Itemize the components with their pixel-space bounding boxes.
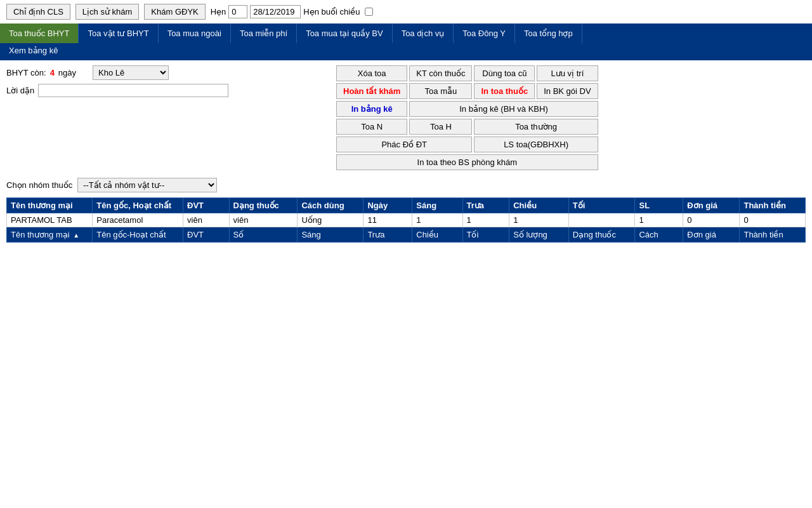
hoan-tat-kham-button[interactable]: Hoàn tất khám <box>336 83 407 99</box>
hen-date-input[interactable] <box>250 5 301 18</box>
main-form-area: BHYT còn: 4 ngày Kho Lê Lời dặn Xóa toa … <box>0 60 812 175</box>
cell-input-10[interactable] <box>638 215 680 225</box>
in-toa-bs-button[interactable]: In toa theo BS phòng khám <box>336 154 598 170</box>
col-sl: SL <box>635 198 683 213</box>
hen-buoi-label: Hẹn buổi chiều <box>303 7 360 17</box>
xoa-toa-button[interactable]: Xóa toa <box>336 65 407 81</box>
kt-con-thuoc-button[interactable]: KT còn thuốc <box>409 65 472 81</box>
cell-input-1[interactable] <box>95 215 180 225</box>
footer-dang-thuoc: Dạng thuốc <box>568 227 635 243</box>
lich-su-kham-button[interactable]: Lịch sử khám <box>75 4 139 20</box>
table-header-row: Tên thương mại Tên gốc, Hoạt chất ĐVT Dạ… <box>7 198 806 213</box>
hen-group: Hẹn Hẹn buổi chiều <box>211 5 374 18</box>
drug-table: Tên thương mại Tên gốc, Hoạt chất ĐVT Dạ… <box>6 197 806 243</box>
col-toi: Tối <box>568 198 635 213</box>
top-bar: Chỉ định CLS Lịch sử khám Khám GĐYK Hẹn … <box>0 0 812 23</box>
loi-dan-input[interactable] <box>38 84 228 97</box>
dung-toa-cu-button[interactable]: Dùng toa cũ <box>474 65 535 81</box>
cell-input-5[interactable] <box>366 215 409 225</box>
footer-thanh-tien: Thành tiền <box>740 227 806 243</box>
sort-icon-ten-thuong-mai[interactable]: ▲ <box>73 232 79 239</box>
in-bang-ke-bh-kbh-button[interactable]: In bảng kê (BH và KBH) <box>409 101 598 117</box>
bhyt-days-unit: ngày <box>58 68 76 77</box>
tab-bar: Toa thuốc BHYT Toa vật tư BHYT Toa mua n… <box>0 23 812 43</box>
col-cach-dung: Cách dùng <box>298 198 363 213</box>
col-thanh-tien: Thành tiền <box>740 198 806 213</box>
col-dang-thuoc: Dạng thuốc <box>229 198 298 213</box>
chon-nhom-label: Chọn nhóm thuốc <box>6 180 72 190</box>
col-sang: Sáng <box>412 198 462 213</box>
hen-label: Hẹn <box>211 7 226 17</box>
tab-toa-dong-y[interactable]: Toa Đông Y <box>454 23 515 43</box>
cell-input-7[interactable] <box>466 215 507 225</box>
cell-input-2[interactable] <box>186 215 226 225</box>
col-trua: Trưa <box>462 198 509 213</box>
toa-h-button[interactable]: Toa H <box>409 119 472 135</box>
in-toa-thuoc-button[interactable]: In toa thuốc <box>474 83 535 99</box>
cell-input-3[interactable] <box>232 215 295 225</box>
col-don-gia: Đơn giá <box>683 198 740 213</box>
col-ten-goc: Tên gốc, Hoạt chất <box>93 198 183 213</box>
footer-so: Số <box>229 227 298 243</box>
hen-buoi-checkbox[interactable] <box>365 8 373 16</box>
tab-toa-thuoc-bhyt[interactable]: Toa thuốc BHYT <box>0 23 79 43</box>
tab-toa-mua-tai-quay[interactable]: Toa mua tại quầy BV <box>297 23 393 43</box>
col-dvt: ĐVT <box>183 198 230 213</box>
footer-so-luong: Số lượng <box>509 227 569 243</box>
toa-n-button[interactable]: Toa N <box>336 119 407 135</box>
footer-ten-goc: Tên gốc-Hoạt chất <box>93 227 183 243</box>
hen-value-input[interactable] <box>228 5 247 18</box>
footer-don-gia: Đơn giá <box>683 227 740 243</box>
table-row <box>7 213 806 227</box>
footer-ten-thuong-mai: Tên thương mại ▲ <box>7 227 93 243</box>
chon-nhom-select[interactable]: --Tất cả nhóm vật tư-- <box>77 178 217 192</box>
loi-dan-label: Lời dặn <box>6 86 34 95</box>
sub-tab-bar: Xem bảng kê <box>0 43 812 60</box>
table-footer-row: Tên thương mại ▲ Tên gốc-Hoạt chất ĐVT S… <box>7 227 806 243</box>
tab-toa-mien-phi[interactable]: Toa miễn phí <box>231 23 297 43</box>
in-bang-ke-button[interactable]: In bảng kê <box>336 101 407 117</box>
bhyt-days: 4 <box>50 68 55 77</box>
footer-toi: Tối <box>462 227 509 243</box>
bhyt-label: BHYT còn: <box>6 68 46 77</box>
cell-input-0[interactable] <box>10 215 89 225</box>
footer-sang: Sáng <box>298 227 363 243</box>
kho-select[interactable]: Kho Lê <box>93 65 169 80</box>
toa-thuong-button[interactable]: Toa thường <box>474 119 598 135</box>
phac-do-dt-button[interactable]: Phác Đồ ĐT <box>336 137 472 152</box>
col-ten-thuong-mai: Tên thương mại <box>7 198 93 213</box>
footer-cach: Cách <box>635 227 683 243</box>
tab-toa-tong-hop[interactable]: Toa tổng hợp <box>515 23 582 43</box>
cell-input-9[interactable] <box>572 215 632 225</box>
col-chieu: Chiều <box>509 198 569 213</box>
chon-nhom-row: Chọn nhóm thuốc --Tất cả nhóm vật tư-- <box>0 175 812 195</box>
luu-vi-tri-button[interactable]: Lưu vị trí <box>537 65 598 81</box>
tab-toa-vat-tu-bhyt[interactable]: Toa vật tư BHYT <box>79 23 158 43</box>
cell-input-11[interactable] <box>686 215 737 225</box>
cell-input-4[interactable] <box>300 215 360 225</box>
tab-xem-bang-ke[interactable]: Xem bảng kê <box>0 43 67 58</box>
footer-dvt: ĐVT <box>183 227 230 243</box>
tab-toa-mua-ngoai[interactable]: Toa mua ngoài <box>159 23 231 43</box>
kham-gdyk-button[interactable]: Khám GĐYK <box>144 4 205 20</box>
footer-chieu: Chiều <box>412 227 462 243</box>
toa-mau-button[interactable]: Toa mẫu <box>409 83 472 99</box>
footer-trua: Trưa <box>363 227 412 243</box>
col-ngay: Ngày <box>363 198 412 213</box>
cell-input-8[interactable] <box>512 215 566 225</box>
ls-toa-button[interactable]: LS toa(GĐBHXH) <box>474 137 598 152</box>
tab-toa-dich-vu[interactable]: Toa dịch vụ <box>393 23 454 43</box>
cell-input-12[interactable] <box>742 215 802 225</box>
in-bk-goi-dv-button[interactable]: In BK gói DV <box>537 83 598 99</box>
cell-input-6[interactable] <box>415 215 459 225</box>
chi-dinh-cls-button[interactable]: Chỉ định CLS <box>6 4 70 20</box>
drug-table-wrapper: Tên thương mại Tên gốc, Hoạt chất ĐVT Dạ… <box>0 197 812 243</box>
